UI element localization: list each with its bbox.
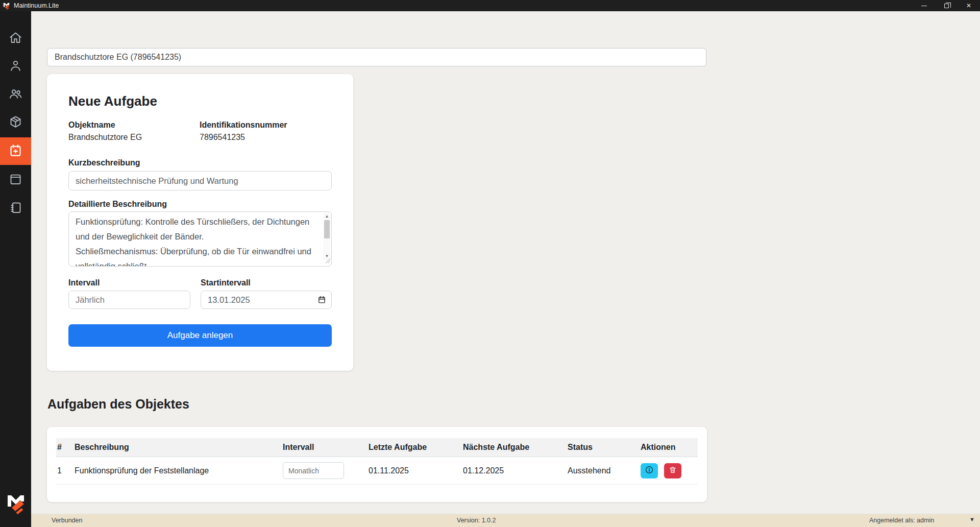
cell-status: Ausstehend [567, 457, 640, 485]
table-row: 1 Funktionsprüfung der Feststellanlage 0… [56, 457, 698, 485]
start-interval-date-input[interactable] [201, 291, 332, 309]
sidebar-item-journal[interactable] [0, 195, 31, 222]
card-title: Neue Aufgabe [68, 93, 332, 109]
brand-logo-icon [5, 491, 27, 515]
object-id-label: Identifikationsnummer [200, 120, 287, 130]
object-info-row: Objektname Brandschutztore EG Identifika… [68, 120, 332, 142]
detail-description-text: Funktionsprüfung: Kontrolle des Türschli… [69, 212, 323, 266]
app-window: Maintinuum.Lite ✕ [0, 0, 980, 527]
titlebar: Maintinuum.Lite ✕ [0, 0, 980, 11]
row-interval-input[interactable] [283, 462, 344, 479]
detail-description-textarea[interactable]: Funktionsprüfung: Kontrolle des Türschli… [68, 211, 332, 267]
tasks-table-card: # Beschreibung Intervall Letzte Aufgabe … [47, 427, 707, 502]
scroll-up-icon[interactable]: ▲ [323, 212, 331, 220]
col-header-status: Status [567, 438, 640, 457]
scrollbar-thumb[interactable] [324, 220, 330, 238]
delete-button[interactable] [664, 463, 681, 478]
sidebar-item-objects[interactable] [0, 109, 31, 136]
info-icon [645, 465, 654, 476]
table-header-row: # Beschreibung Intervall Letzte Aufgabe … [56, 438, 698, 457]
cell-description: Funktionsprüfung der Feststellanlage [74, 457, 282, 485]
home-icon [9, 31, 22, 46]
object-name-value: Brandschutztore EG [68, 132, 200, 142]
minimize-button[interactable] [913, 0, 935, 11]
user-icon [9, 59, 22, 75]
tasks-section-title: Aufgaben des Objektes [47, 397, 189, 412]
calendar-icon [9, 172, 22, 188]
interval-input[interactable] [68, 291, 190, 309]
info-button[interactable] [641, 463, 658, 478]
col-header-next-task: Nächste Aufgabe [462, 438, 567, 457]
col-header-num: # [56, 438, 74, 457]
journal-icon [9, 201, 22, 217]
object-id-value: 7896541235 [200, 132, 287, 142]
col-header-actions: Aktionen [640, 438, 698, 457]
start-interval-label: Startintervall [201, 278, 332, 288]
window-controls: ✕ [913, 0, 980, 11]
sidebar-item-task-create[interactable] [0, 137, 31, 165]
app-logo-icon [3, 2, 10, 10]
close-button[interactable]: ✕ [958, 0, 980, 11]
box-icon [9, 115, 22, 131]
resize-grip-icon[interactable] [325, 256, 330, 265]
col-header-last-task: Letzte Aufgabe [368, 438, 462, 457]
object-name-label: Objektname [68, 120, 200, 130]
create-task-button[interactable]: Aufgabe anlegen [68, 324, 332, 347]
cell-next-task: 01.12.2025 [462, 457, 567, 485]
window-title: Maintinuum.Lite [14, 2, 59, 9]
textarea-scrollbar[interactable]: ▲ ▼ [323, 212, 331, 259]
sidebar-item-users[interactable] [0, 81, 31, 108]
statusbar: Verbunden Version: 1.0.2 Angemeldet als:… [31, 514, 980, 527]
maximize-button[interactable] [935, 0, 958, 11]
new-task-card: Neue Aufgabe Objektname Brandschutztore … [47, 74, 353, 371]
sidebar-item-home[interactable] [0, 25, 31, 52]
users-icon [9, 87, 22, 103]
connection-status: Verbunden [52, 517, 82, 524]
version-label: Version: 1.0.2 [457, 517, 496, 524]
short-description-label: Kurzbeschreibung [68, 158, 332, 167]
col-header-description: Beschreibung [74, 438, 282, 457]
trash-icon [669, 466, 677, 475]
col-header-interval: Intervall [282, 438, 368, 457]
interval-row: Intervall Startintervall [68, 278, 332, 309]
tasks-table: # Beschreibung Intervall Letzte Aufgabe … [56, 438, 698, 485]
detail-description-label: Detaillierte Beschreibung [68, 199, 332, 209]
interval-label: Intervall [68, 278, 190, 288]
sidebar-item-calendar[interactable] [0, 166, 31, 194]
dropdown-chevron-icon[interactable]: ▼ [969, 516, 975, 522]
logged-in-user: Angemeldet als: admin [869, 517, 934, 524]
calendar-plus-icon [9, 143, 22, 159]
cell-num: 1 [56, 457, 74, 485]
cell-last-task: 01.11.2025 [368, 457, 462, 485]
short-description-input[interactable] [68, 171, 332, 190]
row-actions [641, 463, 696, 478]
sidebar [0, 11, 31, 527]
object-search-input[interactable] [47, 48, 706, 66]
sidebar-item-user[interactable] [0, 53, 31, 80]
